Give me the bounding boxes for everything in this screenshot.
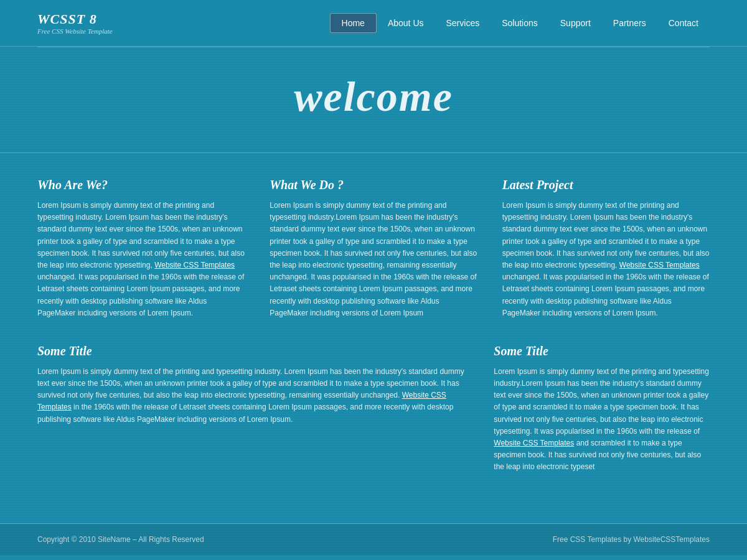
content-row-2: Some Title Lorem Ipsum is simply dummy t…	[37, 344, 710, 474]
latest-project-title: Latest Project	[502, 178, 710, 192]
nav-contact[interactable]: Contact	[657, 13, 710, 33]
nav-home[interactable]: Home	[330, 13, 377, 33]
some-title-2-text1: Lorem Ipsum is simply dummy text of the …	[494, 367, 709, 436]
who-are-we-text2: unchanged. It was popularised in the 196…	[37, 273, 244, 317]
footer-credits: Free CSS Templates by WebsiteCSSTemplate…	[553, 535, 710, 544]
who-are-we-text1: Lorem Ipsum is simply dummy text of the …	[37, 201, 245, 269]
who-are-we-col: Who Are We? Lorem Ipsum is simply dummy …	[37, 178, 245, 319]
content-row-1: Who Are We? Lorem Ipsum is simply dummy …	[37, 178, 710, 319]
nav-about[interactable]: About Us	[377, 13, 435, 33]
latest-project-text: Lorem Ipsum is simply dummy text of the …	[502, 200, 710, 319]
nav-partners[interactable]: Partners	[602, 13, 657, 33]
logo-subtitle: Free CSS Website Template	[37, 27, 113, 35]
welcome-section: welcome	[0, 47, 747, 153]
what-we-do-text1: Lorem Ipsum is simply dummy text of the …	[270, 201, 477, 317]
header: WCSST 8 Free CSS Website Template Home A…	[0, 0, 747, 47]
footer-copyright: Copyright © 2010 SiteName – All Rights R…	[37, 535, 204, 544]
some-title-2-title: Some Title	[494, 344, 710, 358]
main-content: Who Are We? Lorem Ipsum is simply dummy …	[0, 153, 747, 524]
some-title-1-text1: Lorem Ipsum is simply dummy text of the …	[37, 367, 464, 399]
who-are-we-title: Who Are We?	[37, 178, 245, 192]
some-title-1-text2: in the 1960s with the release of Letrase…	[37, 403, 453, 423]
latest-project-text1: Lorem Ipsum is simply dummy text of the …	[502, 201, 710, 269]
what-we-do-col: What We Do ? Lorem Ipsum is simply dummy…	[270, 178, 477, 319]
what-we-do-text: Lorem Ipsum is simply dummy text of the …	[270, 200, 477, 319]
some-title-2-text: Lorem Ipsum is simply dummy text of the …	[494, 366, 710, 474]
latest-project-link[interactable]: Website CSS Templates	[619, 261, 700, 269]
who-are-we-text: Lorem Ipsum is simply dummy text of the …	[37, 200, 245, 319]
footer: Copyright © 2010 SiteName – All Rights R…	[0, 524, 747, 555]
latest-project-col: Latest Project Lorem Ipsum is simply dum…	[502, 178, 710, 319]
some-title-1-title: Some Title	[37, 344, 469, 358]
welcome-title: welcome	[37, 72, 710, 121]
logo-title[interactable]: WCSST 8	[37, 11, 113, 27]
some-title-col1: Some Title Lorem Ipsum is simply dummy t…	[37, 344, 469, 474]
what-we-do-title: What We Do ?	[270, 178, 477, 192]
some-title-col2: Some Title Lorem Ipsum is simply dummy t…	[494, 344, 710, 474]
main-nav: Home About Us Services Solutions Support…	[330, 13, 710, 33]
some-title-2-link[interactable]: Website CSS Templates	[494, 439, 574, 447]
logo: WCSST 8 Free CSS Website Template	[37, 11, 113, 35]
nav-support[interactable]: Support	[549, 13, 602, 33]
nav-services[interactable]: Services	[435, 13, 491, 33]
some-title-1-text: Lorem Ipsum is simply dummy text of the …	[37, 366, 469, 426]
who-are-we-link[interactable]: Website CSS Templates	[154, 261, 235, 269]
latest-project-text2: unchanged. It was popularised in the 196…	[502, 273, 709, 317]
nav-solutions[interactable]: Solutions	[491, 13, 549, 33]
